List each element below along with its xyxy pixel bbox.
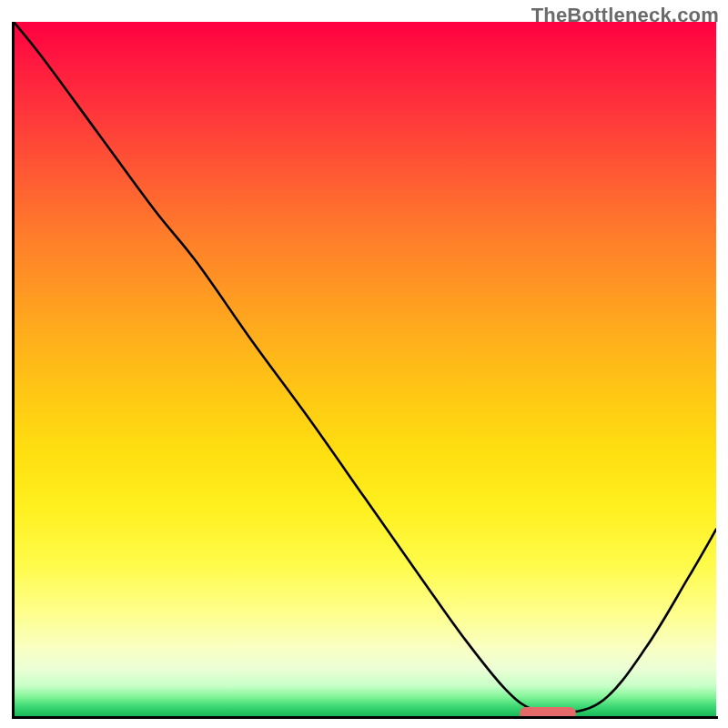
plot-area bbox=[14, 22, 716, 717]
bottleneck-chart: TheBottleneck.com bbox=[0, 0, 728, 728]
bottleneck-curve bbox=[14, 22, 716, 717]
x-axis-line bbox=[12, 716, 718, 719]
y-axis-line bbox=[12, 22, 15, 719]
